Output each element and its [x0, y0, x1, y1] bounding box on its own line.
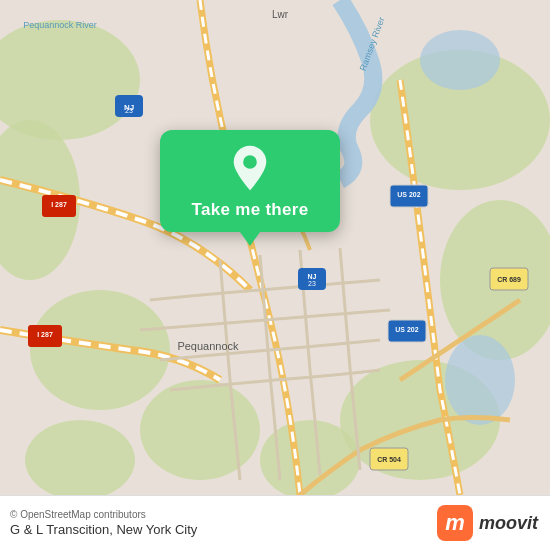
svg-text:NJ: NJ — [308, 273, 317, 280]
moovit-icon: m — [437, 505, 473, 541]
svg-text:I 287: I 287 — [37, 331, 53, 338]
take-me-there-label: Take me there — [192, 200, 309, 220]
svg-text:CR 504: CR 504 — [377, 456, 401, 463]
svg-text:23: 23 — [125, 107, 133, 114]
svg-point-10 — [420, 30, 500, 90]
moovit-logo: m moovit — [437, 505, 538, 541]
svg-text:I 287: I 287 — [51, 201, 67, 208]
footer-left: © OpenStreetMap contributors G & L Trans… — [10, 509, 197, 537]
map-background: NJ 23 I 287 US 202 NJ 23 I 287 US 202 CR… — [0, 0, 550, 495]
svg-text:US 202: US 202 — [395, 326, 418, 333]
svg-point-34 — [243, 155, 257, 169]
take-me-there-popup[interactable]: Take me there — [160, 130, 340, 232]
svg-text:CR 689: CR 689 — [497, 276, 521, 283]
footer-bar: © OpenStreetMap contributors G & L Trans… — [0, 495, 550, 550]
svg-text:Pequannock River: Pequannock River — [23, 20, 97, 30]
moovit-brand-text: moovit — [479, 513, 538, 534]
svg-text:Pequannock: Pequannock — [177, 340, 239, 352]
svg-text:Lwr: Lwr — [272, 9, 289, 20]
location-label: G & L Transcition, New York City — [10, 522, 197, 537]
attribution-text: © OpenStreetMap contributors — [10, 509, 197, 520]
svg-point-11 — [445, 335, 515, 425]
svg-text:US 202: US 202 — [397, 191, 420, 198]
svg-text:23: 23 — [308, 280, 316, 287]
location-pin-icon — [226, 144, 274, 192]
svg-point-7 — [140, 380, 260, 480]
map-view: NJ 23 I 287 US 202 NJ 23 I 287 US 202 CR… — [0, 0, 550, 495]
